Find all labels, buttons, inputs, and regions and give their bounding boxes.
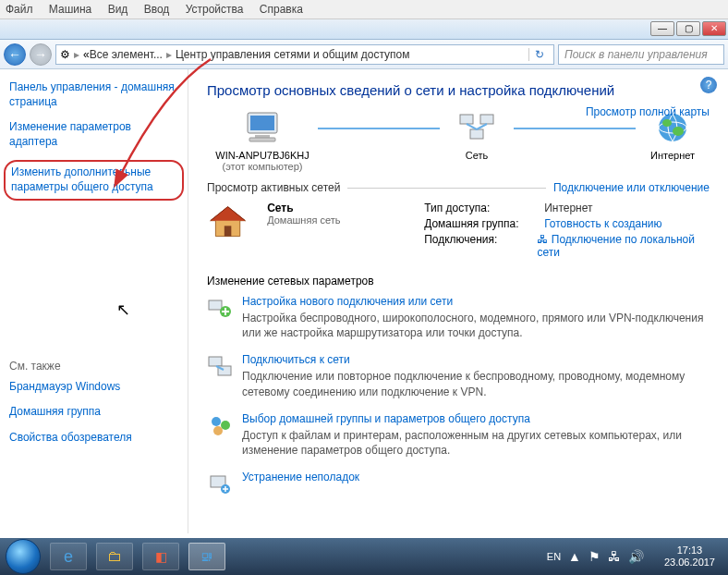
breadcrumb-1[interactable]: Все элемент... xyxy=(90,48,163,61)
vm-menu-input[interactable]: Ввод xyxy=(144,3,170,16)
network-type[interactable]: Домашняя сеть xyxy=(267,214,406,226)
sidebar: Панель управления - домашняя страница Из… xyxy=(0,69,188,533)
svg-rect-5 xyxy=(480,115,493,124)
svg-point-16 xyxy=(212,417,221,426)
tray-lang[interactable]: EN xyxy=(547,551,561,562)
navbar: ← → ⚙ ▸ « Все элемент... ▸ Центр управле… xyxy=(0,40,728,69)
sidebar-firewall[interactable]: Брандмауэр Windows xyxy=(9,380,178,395)
vm-menu-view[interactable]: Вид xyxy=(108,3,128,16)
minimize-button[interactable]: — xyxy=(650,21,674,36)
svg-point-17 xyxy=(221,421,230,430)
svg-rect-11 xyxy=(224,226,232,236)
forward-button[interactable]: → xyxy=(30,43,52,66)
homegroup-sharing-desc: Доступ к файлам и принтерам, расположенн… xyxy=(242,428,710,458)
search-placeholder: Поиск в панели управления xyxy=(564,48,708,61)
svg-rect-6 xyxy=(470,129,483,139)
svg-rect-3 xyxy=(249,138,275,141)
access-type-value: Интернет xyxy=(544,202,592,214)
taskbar-network-center[interactable]: 🖳 xyxy=(188,543,225,570)
map-node-computer-sub: (этот компьютер) xyxy=(207,161,318,172)
svg-point-18 xyxy=(213,426,223,435)
map-node-computer: WIN-ANPU7BJ6KHJ xyxy=(207,150,318,161)
connection-link[interactable]: 🖧 Подключение по локальной сети xyxy=(537,233,710,259)
tray-action-icon[interactable]: ⚑ xyxy=(588,549,601,564)
svg-rect-14 xyxy=(209,357,222,366)
network-map: Просмотр полной карты WIN-ANPU7BJ6KHJ (э… xyxy=(207,109,710,172)
svg-rect-1 xyxy=(250,116,274,130)
network-icon xyxy=(455,109,499,146)
setup-connection-desc: Настройка беспроводного, широкополосного… xyxy=(242,311,710,340)
search-input[interactable]: Поиск в панели управления xyxy=(558,44,724,65)
connect-network-desc: Подключение или повторное подключение к … xyxy=(242,369,710,398)
sidebar-internet-options[interactable]: Свойства обозревателя xyxy=(9,431,178,446)
network-name: Сеть xyxy=(267,202,406,214)
connect-disconnect-link[interactable]: Подключение или отключение xyxy=(553,181,710,194)
vm-menu-machine[interactable]: Машина xyxy=(49,3,91,16)
home-network-icon xyxy=(207,202,249,242)
refresh-icon[interactable]: ↻ xyxy=(528,48,550,61)
vm-menu-devices[interactable]: Устройства xyxy=(186,3,244,16)
access-type-label: Тип доступа: xyxy=(424,202,544,214)
full-map-link[interactable]: Просмотр полной карты xyxy=(586,105,710,118)
tray-flag-icon[interactable]: ▲ xyxy=(568,549,581,564)
window-titlebar: — ▢ ✕ xyxy=(0,19,728,40)
start-button[interactable] xyxy=(6,539,41,574)
homegroup-sharing-link[interactable]: Выбор домашней группы и параметров общег… xyxy=(242,412,710,425)
connect-network-link[interactable]: Подключиться к сети xyxy=(242,353,710,366)
sidebar-see-also: См. также xyxy=(9,360,178,373)
vm-menu-file[interactable]: Файл xyxy=(6,3,33,16)
sidebar-sharing-settings[interactable]: Изменить дополнительные параметры общего… xyxy=(4,160,184,200)
setup-connection-icon xyxy=(207,295,233,321)
map-node-network: Сеть xyxy=(440,150,514,161)
vm-menu-help[interactable]: Справка xyxy=(260,3,303,16)
cp-icon: ⚙ xyxy=(60,48,70,61)
address-bar[interactable]: ⚙ ▸ « Все элемент... ▸ Центр управления … xyxy=(55,44,554,65)
sidebar-homegroup[interactable]: Домашняя группа xyxy=(9,405,178,420)
sidebar-adapter-settings[interactable]: Изменение параметров адаптера xyxy=(9,120,178,149)
close-button[interactable]: ✕ xyxy=(702,21,726,36)
computer-icon xyxy=(240,109,285,146)
sidebar-home[interactable]: Панель управления - домашняя страница xyxy=(9,80,178,109)
tray-network-icon[interactable]: 🖧 xyxy=(608,549,621,564)
breadcrumb-2[interactable]: Центр управления сетями и общим доступом xyxy=(176,48,410,61)
back-button[interactable]: ← xyxy=(4,43,26,66)
tray-clock[interactable]: 17:13 23.06.2017 xyxy=(657,544,722,569)
connections-label: Подключения: xyxy=(424,233,537,259)
svg-point-9 xyxy=(662,119,672,127)
vm-menubar: Файл Машина Вид Ввод Устройства Справка xyxy=(0,0,728,19)
taskbar: e 🗀 ◧ 🖳 EN ▲ ⚑ 🖧 🔊 17:13 23.06.2017 xyxy=(0,538,728,575)
svg-rect-12 xyxy=(209,300,222,310)
tray-volume-icon[interactable]: 🔊 xyxy=(628,549,644,564)
maximize-button[interactable]: ▢ xyxy=(676,21,700,36)
active-networks-title: Просмотр активных сетей xyxy=(207,181,340,194)
connect-network-icon xyxy=(207,353,233,379)
taskbar-ie[interactable]: e xyxy=(50,543,87,570)
taskbar-app[interactable]: ◧ xyxy=(142,543,179,570)
map-node-internet: Интернет xyxy=(636,150,710,161)
svg-rect-4 xyxy=(460,115,473,124)
homegroup-icon xyxy=(207,412,233,438)
troubleshoot-icon xyxy=(207,471,233,496)
breadcrumb-prefix: « xyxy=(83,48,90,61)
troubleshoot-link[interactable]: Устранение неполадок xyxy=(242,471,359,483)
setup-connection-link[interactable]: Настройка нового подключения или сети xyxy=(242,295,710,308)
svg-point-10 xyxy=(673,127,684,136)
taskbar-explorer[interactable]: 🗀 xyxy=(96,543,133,570)
homegroup-label: Домашняя группа: xyxy=(424,217,544,230)
page-title: Просмотр основных сведений о сети и наст… xyxy=(207,82,710,98)
homegroup-link[interactable]: Готовность к созданию xyxy=(544,217,661,230)
cursor-icon: ↖ xyxy=(116,300,130,320)
main-panel: ? Просмотр основных сведений о сети и на… xyxy=(188,69,728,533)
system-tray: EN ▲ ⚑ 🖧 🔊 17:13 23.06.2017 xyxy=(547,544,722,569)
network-settings-title: Изменение сетевых параметров xyxy=(207,275,710,288)
help-icon[interactable]: ? xyxy=(700,77,717,93)
